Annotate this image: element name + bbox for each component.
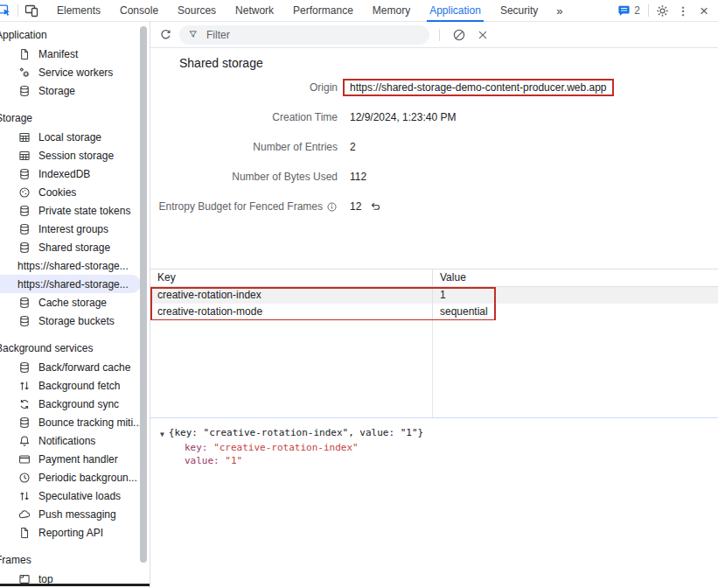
sidebar-item-reporting-api[interactable]: Reporting API xyxy=(0,523,150,542)
table-icon xyxy=(17,149,31,163)
window-bottom-edge xyxy=(0,584,150,586)
sidebar-item-interest-groups[interactable]: Interest groups xyxy=(0,220,150,238)
sidebar-item-label: Session storage xyxy=(38,150,114,162)
tab-sources[interactable]: Sources xyxy=(168,0,226,22)
sidebar-section-title: Storage xyxy=(0,110,150,126)
column-header-value[interactable]: Value xyxy=(433,270,718,286)
application-sidebar: ApplicationManifestService workersStorag… xyxy=(0,22,150,588)
sidebar-section-storage: StorageLocal storageSession storageIndex… xyxy=(0,110,150,330)
tab-security[interactable]: Security xyxy=(491,0,547,22)
sidebar-item-indexeddb[interactable]: IndexedDB xyxy=(0,164,150,183)
sidebar-scrollbar[interactable] xyxy=(140,26,147,563)
info-icon[interactable] xyxy=(326,201,338,213)
sidebar-item-cache-storage[interactable]: Cache storage xyxy=(0,293,150,312)
bell-icon xyxy=(17,434,31,448)
origin-value: https://shared-storage-demo-content-prod… xyxy=(350,81,607,94)
sidebar-item-speculative-loads[interactable]: Speculative loads xyxy=(0,486,150,505)
sidebar-item-background-sync[interactable]: Background sync xyxy=(0,395,150,413)
message-bubble-icon xyxy=(617,4,631,18)
refresh-icon[interactable] xyxy=(156,25,175,45)
panel-toolbar xyxy=(150,22,718,48)
sidebar-item-local-storage[interactable]: Local storage xyxy=(0,128,150,146)
preview-summary-line[interactable]: ▼ {key: "creative-rotation-index", value… xyxy=(160,426,718,441)
sidebar-item-shared-storage[interactable]: Shared storage xyxy=(0,238,150,256)
cell-key: creative-rotation-index xyxy=(150,287,433,304)
table-row[interactable]: creative-rotation-modesequential xyxy=(150,304,718,320)
field-label: Entropy Budget for Fenced Frames xyxy=(150,200,338,213)
field-label: Creation Time xyxy=(150,111,338,123)
tab-network[interactable]: Network xyxy=(226,0,283,22)
table-icon xyxy=(17,130,31,144)
reset-budget-icon[interactable] xyxy=(369,200,381,213)
divider xyxy=(17,4,18,17)
database-icon xyxy=(17,204,31,218)
sidebar-section-background-services: Background servicesBack/forward cacheBac… xyxy=(0,340,150,542)
table-row[interactable]: creative-rotation-index1 xyxy=(150,287,718,304)
tab-elements[interactable]: Elements xyxy=(47,0,110,22)
preview-property: key: "creative-rotation-index" xyxy=(185,441,718,454)
sidebar-item-push-messaging[interactable]: Push messaging xyxy=(0,505,150,523)
database-icon xyxy=(17,314,31,328)
cell-key: creative-rotation-mode xyxy=(150,304,433,320)
database-icon xyxy=(17,84,31,98)
sidebar-item-label: Payment handler xyxy=(38,453,118,466)
field-row-number-of-entries: Number of Entries 2 xyxy=(150,132,718,162)
sync-icon xyxy=(17,397,31,411)
sidebar-item-label: Speculative loads xyxy=(38,490,121,502)
tab-memory[interactable]: Memory xyxy=(363,0,420,22)
issues-count: 2 xyxy=(634,4,640,17)
inspect-element-icon[interactable] xyxy=(0,0,15,21)
sidebar-item-back-forward-cache[interactable]: Back/forward cache xyxy=(0,358,150,376)
metadata-fields: Origin https://shared-storage-demo-conte… xyxy=(150,73,718,221)
filter-funnel-icon xyxy=(188,29,199,40)
expander-triangle-icon[interactable]: ▼ xyxy=(160,426,164,441)
issues-badge[interactable]: 2 xyxy=(612,4,645,18)
cell-value: 1 xyxy=(433,287,718,304)
card-icon xyxy=(17,452,31,466)
cookie-icon xyxy=(17,186,31,200)
sidebar-item-background-fetch[interactable]: Background fetch xyxy=(0,376,150,395)
sidebar-item-private-state-tokens[interactable]: Private state tokens xyxy=(0,201,150,220)
sidebar-item-periodic-backgroun[interactable]: Periodic backgroun... xyxy=(0,468,150,486)
preview-property: value: "1" xyxy=(185,454,718,467)
tab-application[interactable]: Application xyxy=(420,0,491,22)
device-toolbar-icon[interactable] xyxy=(21,0,42,21)
tab-console[interactable]: Console xyxy=(110,0,168,22)
clear-block-icon[interactable] xyxy=(450,25,469,45)
sidebar-item-storage-buckets[interactable]: Storage buckets xyxy=(0,312,150,330)
storage-items-grid: Key Value creative-rotation-index1creati… xyxy=(150,269,718,418)
sidebar-item-label: Bounce tracking miti... xyxy=(38,416,142,429)
filter-input[interactable] xyxy=(205,28,421,42)
sidebar-item-bounce-tracking-miti[interactable]: Bounce tracking miti... xyxy=(0,413,150,431)
field-value: 2 xyxy=(350,141,356,153)
sidebar-section-application: ApplicationManifestService workersStorag… xyxy=(0,27,150,100)
sidebar-item-service-workers[interactable]: Service workers xyxy=(0,63,150,81)
more-tabs-chevron[interactable]: » xyxy=(547,4,571,18)
more-options-icon[interactable]: ⋮ xyxy=(673,0,694,21)
settings-gear-icon[interactable] xyxy=(652,0,673,21)
sidebar-item-https-shared-storage[interactable]: https://shared-storage... xyxy=(0,256,150,275)
sidebar-item-https-shared-storage[interactable]: https://shared-storage... xyxy=(0,275,141,293)
sidebar-item-session-storage[interactable]: Session storage xyxy=(0,146,150,164)
tab-performance[interactable]: Performance xyxy=(283,0,363,22)
sidebar-item-label: Notifications xyxy=(38,435,95,447)
document-icon xyxy=(17,47,31,61)
database-icon xyxy=(17,241,31,255)
filter-box[interactable] xyxy=(179,25,429,45)
sidebar-item-label: Cache storage xyxy=(38,297,107,309)
sidebar-item-notifications[interactable]: Notifications xyxy=(0,431,150,450)
delete-x-icon[interactable] xyxy=(473,25,492,45)
preview-properties: key: "creative-rotation-index"value: "1" xyxy=(160,441,718,467)
sidebar-item-cookies[interactable]: Cookies xyxy=(0,183,150,201)
sidebar-item-label: Private state tokens xyxy=(38,205,130,217)
sidebar-item-storage[interactable]: Storage xyxy=(0,81,150,100)
sidebar-item-label: https://shared-storage... xyxy=(17,278,129,290)
column-header-key[interactable]: Key xyxy=(150,270,433,286)
grid-header: Key Value xyxy=(150,270,718,287)
field-value: 12/9/2024, 1:23:40 PM xyxy=(350,111,456,123)
close-devtools-icon[interactable]: × xyxy=(694,0,715,21)
sidebar-item-manifest[interactable]: Manifest xyxy=(0,45,150,63)
database-icon xyxy=(17,416,31,430)
field-label: Origin xyxy=(150,81,338,94)
sidebar-item-payment-handler[interactable]: Payment handler xyxy=(0,450,150,468)
